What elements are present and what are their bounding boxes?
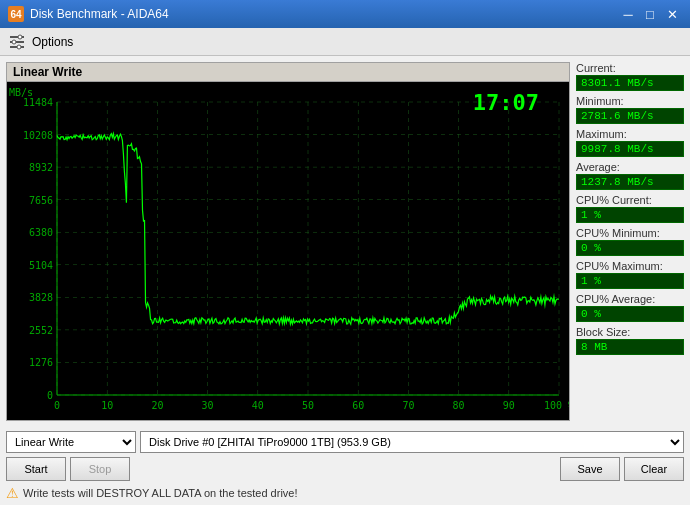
stats-panel: Current: 8301.1 MB/s Minimum: 2781.6 MB/… <box>576 62 684 421</box>
drive-select[interactable]: Disk Drive #0 [ZHITAI TiPro9000 1TB] (95… <box>140 431 684 453</box>
average-stat: Average: 1237.8 MB/s <box>576 161 684 190</box>
cpu-maximum-label: CPU% Maximum: <box>576 260 684 272</box>
current-stat: Current: 8301.1 MB/s <box>576 62 684 91</box>
app-icon: 64 <box>8 6 24 22</box>
button-row: Start Stop Save Clear <box>6 457 684 481</box>
cpu-minimum-stat: CPU% Minimum: 0 % <box>576 227 684 256</box>
minimize-button[interactable]: ─ <box>618 4 638 24</box>
titlebar: 64 Disk Benchmark - AIDA64 ─ □ ✕ <box>0 0 690 28</box>
cpu-minimum-value: 0 % <box>576 240 684 256</box>
chart-area: 17:07 <box>7 82 569 420</box>
minimum-value: 2781.6 MB/s <box>576 108 684 124</box>
svg-point-5 <box>17 45 21 49</box>
maximum-value: 9987.8 MB/s <box>576 141 684 157</box>
cpu-average-value: 0 % <box>576 306 684 322</box>
maximize-button[interactable]: □ <box>640 4 660 24</box>
warning-icon: ⚠ <box>6 485 19 501</box>
svg-point-3 <box>18 35 22 39</box>
time-display: 17:07 <box>473 90 539 115</box>
bottom-controls: Linear Write Linear Read Random Write Ra… <box>0 427 690 505</box>
block-size-stat: Block Size: 8 MB <box>576 326 684 355</box>
current-value: 8301.1 MB/s <box>576 75 684 91</box>
main-container: Options Linear Write 17:07 Current: 8301… <box>0 28 690 505</box>
average-value: 1237.8 MB/s <box>576 174 684 190</box>
cpu-maximum-value: 1 % <box>576 273 684 289</box>
svg-point-4 <box>12 40 16 44</box>
select-row: Linear Write Linear Read Random Write Ra… <box>6 431 684 453</box>
close-button[interactable]: ✕ <box>662 4 682 24</box>
clear-button[interactable]: Clear <box>624 457 684 481</box>
options-bar: Options <box>0 28 690 56</box>
minimum-stat: Minimum: 2781.6 MB/s <box>576 95 684 124</box>
cpu-average-label: CPU% Average: <box>576 293 684 305</box>
minimum-label: Minimum: <box>576 95 684 107</box>
content-area: Linear Write 17:07 Current: 8301.1 MB/s … <box>0 56 690 427</box>
block-size-value: 8 MB <box>576 339 684 355</box>
chart-title: Linear Write <box>7 63 569 82</box>
current-label: Current: <box>576 62 684 74</box>
cpu-average-stat: CPU% Average: 0 % <box>576 293 684 322</box>
cpu-current-value: 1 % <box>576 207 684 223</box>
cpu-minimum-label: CPU% Minimum: <box>576 227 684 239</box>
chart-panel: Linear Write 17:07 <box>6 62 570 421</box>
options-icon <box>8 33 26 51</box>
test-select[interactable]: Linear Write Linear Read Random Write Ra… <box>6 431 136 453</box>
cpu-maximum-stat: CPU% Maximum: 1 % <box>576 260 684 289</box>
maximum-stat: Maximum: 9987.8 MB/s <box>576 128 684 157</box>
options-label: Options <box>32 35 73 49</box>
cpu-current-label: CPU% Current: <box>576 194 684 206</box>
start-button[interactable]: Start <box>6 457 66 481</box>
maximum-label: Maximum: <box>576 128 684 140</box>
cpu-current-stat: CPU% Current: 1 % <box>576 194 684 223</box>
average-label: Average: <box>576 161 684 173</box>
stop-button[interactable]: Stop <box>70 457 130 481</box>
window-controls: ─ □ ✕ <box>618 4 682 24</box>
warning-row: ⚠ Write tests will DESTROY ALL DATA on t… <box>6 485 684 501</box>
warning-text: Write tests will DESTROY ALL DATA on the… <box>23 487 298 499</box>
block-size-label: Block Size: <box>576 326 684 338</box>
chart-canvas <box>7 82 569 420</box>
window-title: Disk Benchmark - AIDA64 <box>30 7 618 21</box>
save-button[interactable]: Save <box>560 457 620 481</box>
